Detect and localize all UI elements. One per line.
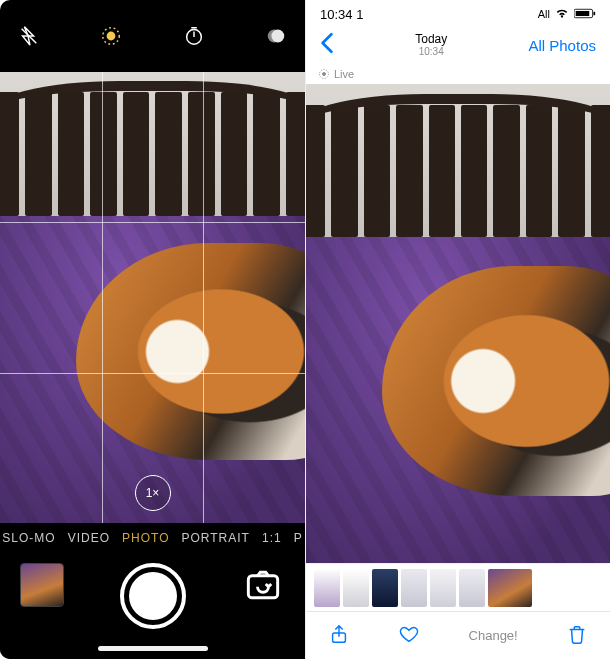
all-photos-button[interactable]: All Photos — [528, 37, 596, 54]
svg-rect-9 — [593, 11, 595, 14]
thumb-item[interactable] — [430, 569, 456, 607]
camera-top-bar — [0, 0, 305, 72]
back-button[interactable] — [320, 32, 334, 58]
zoom-button[interactable]: 1× — [135, 475, 171, 511]
wifi-icon — [555, 7, 569, 21]
home-indicator[interactable] — [98, 646, 208, 651]
thumb-item[interactable] — [314, 569, 340, 607]
mode-slo-mo[interactable]: SLO-MO — [2, 531, 55, 545]
last-photo-thumbnail[interactable] — [20, 563, 64, 607]
svg-point-1 — [108, 32, 115, 39]
thumbnail-strip[interactable] — [306, 563, 610, 611]
status-bar: 10:34 1 All — [306, 0, 610, 24]
mode-square[interactable]: 1:1 — [262, 531, 282, 545]
mode-portrait[interactable]: PORTRAIT — [182, 531, 250, 545]
nav-title-text: Today — [415, 32, 447, 46]
timer-icon[interactable] — [183, 25, 205, 47]
favorite-button[interactable] — [398, 623, 420, 649]
live-badge-label: Live — [334, 68, 354, 80]
flash-off-icon[interactable] — [18, 25, 40, 47]
svg-point-10 — [323, 73, 326, 76]
trash-button[interactable] — [566, 623, 588, 649]
photo-preview[interactable] — [306, 84, 610, 563]
battery-icon — [574, 8, 596, 21]
edit-button[interactable]: Change! — [469, 628, 518, 643]
camera-app: 1× SLO-MO VIDEO PHOTO PORTRAIT 1:1 P — [0, 0, 305, 659]
camera-mode-scroller[interactable]: SLO-MO VIDEO PHOTO PORTRAIT 1:1 P — [0, 523, 305, 553]
camera-viewfinder[interactable]: 1× — [0, 72, 305, 523]
svg-point-5 — [271, 30, 284, 43]
filters-icon[interactable] — [265, 25, 287, 47]
mode-photo[interactable]: PHOTO — [122, 531, 169, 545]
live-badge: Live — [306, 66, 610, 82]
nav-subtitle: 10:34 — [415, 46, 447, 57]
thumb-item[interactable] — [343, 569, 369, 607]
camera-flip-button[interactable] — [241, 563, 285, 607]
thumb-item[interactable] — [401, 569, 427, 607]
status-signal-label: All — [538, 8, 550, 20]
shutter-button[interactable] — [120, 563, 186, 629]
status-time: 10:34 1 — [320, 7, 363, 22]
camera-bottom-bar — [0, 553, 305, 659]
viewfinder-scene — [0, 72, 305, 523]
nav-title: Today 10:34 — [415, 33, 447, 57]
thumb-item[interactable] — [372, 569, 398, 607]
mode-more[interactable]: P — [294, 531, 303, 545]
photos-toolbar: Change! — [306, 611, 610, 659]
thumb-item[interactable] — [459, 569, 485, 607]
photos-app: 10:34 1 All Today 10:34 All Photos Live — [305, 0, 610, 659]
photo-scene — [306, 84, 610, 563]
thumb-item-selected[interactable] — [488, 569, 532, 607]
svg-rect-8 — [576, 10, 590, 15]
mode-video[interactable]: VIDEO — [68, 531, 110, 545]
svg-rect-6 — [248, 576, 277, 598]
live-photo-icon[interactable] — [100, 25, 122, 47]
photos-nav-bar: Today 10:34 All Photos — [306, 24, 610, 66]
share-button[interactable] — [328, 623, 350, 649]
